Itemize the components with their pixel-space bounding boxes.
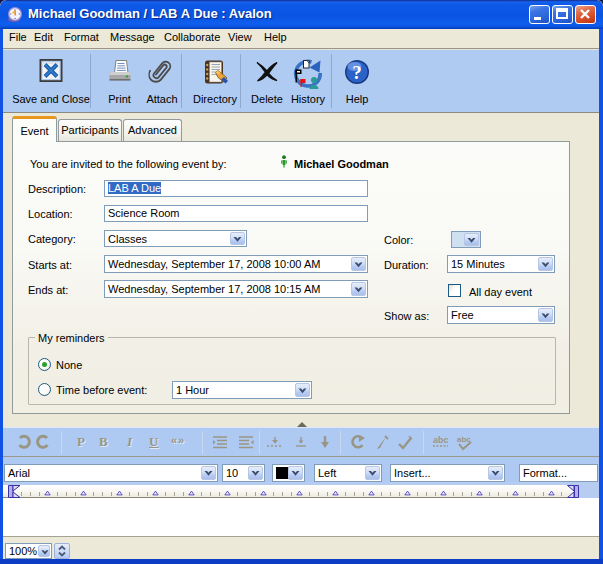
svg-text:abc: abc bbox=[433, 435, 449, 445]
svg-text:?: ? bbox=[352, 62, 362, 83]
